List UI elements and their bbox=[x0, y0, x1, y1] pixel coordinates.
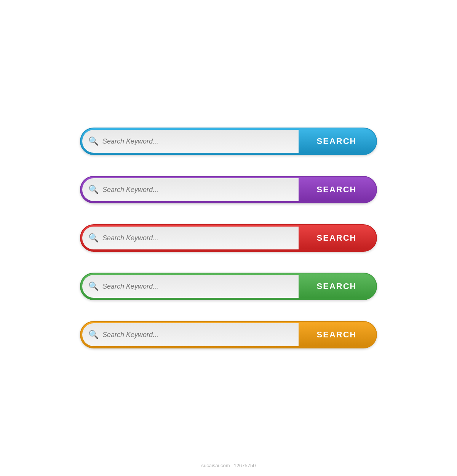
watermark-id: 12675750 bbox=[234, 463, 256, 468]
watermark-site: sucaisai.com bbox=[201, 463, 230, 468]
search-bar-green[interactable]: 🔍SEARCH bbox=[80, 273, 377, 300]
search-bar-red[interactable]: 🔍SEARCH bbox=[80, 224, 377, 252]
search-input-blue[interactable] bbox=[102, 137, 292, 145]
search-bar-orange[interactable]: 🔍SEARCH bbox=[80, 321, 377, 348]
search-input-green[interactable] bbox=[102, 283, 292, 291]
watermark: sucaisai.com 12675750 bbox=[201, 463, 256, 468]
search-input-red[interactable] bbox=[102, 234, 292, 242]
search-button-blue[interactable]: SEARCH bbox=[299, 130, 375, 153]
search-input-area-blue: 🔍 bbox=[82, 130, 299, 153]
search-button-red[interactable]: SEARCH bbox=[299, 227, 375, 249]
search-icon: 🔍 bbox=[88, 136, 99, 146]
search-bar-blue[interactable]: 🔍SEARCH bbox=[80, 128, 377, 155]
search-icon: 🔍 bbox=[88, 281, 99, 291]
search-icon: 🔍 bbox=[88, 185, 99, 195]
search-icon: 🔍 bbox=[88, 233, 99, 243]
search-input-area-red: 🔍 bbox=[82, 227, 299, 249]
search-input-purple[interactable] bbox=[102, 186, 292, 194]
search-button-orange[interactable]: SEARCH bbox=[299, 323, 375, 346]
search-button-purple[interactable]: SEARCH bbox=[299, 178, 375, 201]
search-input-orange[interactable] bbox=[102, 331, 292, 339]
search-icon: 🔍 bbox=[88, 330, 99, 340]
search-input-area-green: 🔍 bbox=[82, 275, 299, 298]
search-input-area-purple: 🔍 bbox=[82, 178, 299, 201]
search-bars-wrapper: 🔍SEARCH🔍SEARCH🔍SEARCH🔍SEARCH🔍SEARCH bbox=[80, 128, 377, 348]
search-button-green[interactable]: SEARCH bbox=[299, 275, 375, 298]
search-bar-purple[interactable]: 🔍SEARCH bbox=[80, 176, 377, 203]
search-input-area-orange: 🔍 bbox=[82, 323, 299, 346]
